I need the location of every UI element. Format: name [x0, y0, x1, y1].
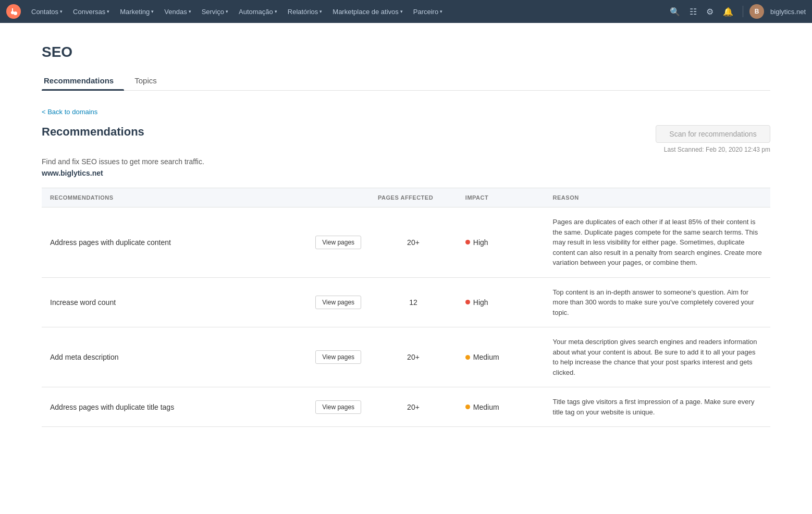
impact-dot-medium-icon	[465, 355, 470, 360]
nav-automacao[interactable]: Automação ▾	[235, 6, 281, 18]
table-row: Address pages with duplicate title tags …	[42, 387, 770, 427]
page-content: SEO Recommendations Topics < Back to dom…	[0, 23, 812, 448]
scan-area: Scan for recommendations Last Scanned: F…	[656, 125, 770, 153]
reason-cell-1: Pages are duplicates of each other if at…	[545, 207, 770, 278]
table-header: RECOMMENDATIONS PAGES AFFECTED IMPACT RE…	[42, 188, 770, 207]
table-row: Add meta description View pages 20+ Medi…	[42, 327, 770, 387]
back-to-domains-link[interactable]: < Back to domains	[42, 108, 97, 116]
hubspot-logo[interactable]	[6, 4, 21, 19]
chevron-down-icon: ▾	[189, 9, 191, 14]
rec-label-3: Add meta description	[50, 353, 309, 361]
view-pages-button-2[interactable]: View pages	[315, 296, 361, 309]
section-description: Find and fix SEO issues to get more sear…	[42, 157, 770, 166]
chevron-down-icon: ▾	[400, 9, 403, 14]
rec-label-1: Address pages with duplicate content	[50, 238, 309, 247]
user-avatar[interactable]: B	[749, 4, 764, 19]
section-title: Recommendations	[42, 125, 144, 139]
table-row: Address pages with duplicate content Vie…	[42, 207, 770, 278]
col-header-pages-affected: PAGES AFFECTED	[370, 188, 457, 207]
pages-affected-1: 20+	[370, 207, 457, 278]
tabs: Recommendations Topics	[42, 71, 770, 91]
tab-topics[interactable]: Topics	[132, 71, 167, 90]
reason-text-2: Top content is an in-depth answer to som…	[553, 288, 754, 316]
reason-cell-2: Top content is an in-depth answer to som…	[545, 277, 770, 327]
col-header-impact: IMPACT	[457, 188, 545, 207]
impact-label-4: Medium	[473, 403, 499, 411]
topnav-icons: 🔍 ☷ ⚙ 🔔 B biglytics.net	[667, 4, 806, 19]
impact-cell-4: Medium	[457, 387, 545, 427]
nav-marketing[interactable]: Marketing ▾	[116, 6, 158, 18]
impact-cell-1: High	[457, 207, 545, 278]
pages-affected-2: 12	[370, 277, 457, 327]
chevron-down-icon: ▾	[151, 9, 154, 14]
view-pages-button-4[interactable]: View pages	[315, 400, 361, 414]
impact-cell-3: Medium	[457, 327, 545, 387]
reason-text-4: Title tags give visitors a first impress…	[553, 398, 755, 416]
search-icon[interactable]: 🔍	[667, 5, 683, 19]
chevron-down-icon: ▾	[275, 9, 277, 14]
impact-label-3: Medium	[473, 353, 499, 361]
table-row: Increase word count View pages 12 High T…	[42, 277, 770, 327]
recommendations-table: RECOMMENDATIONS PAGES AFFECTED IMPACT RE…	[42, 188, 770, 427]
reason-cell-3: Your meta description gives search engin…	[545, 327, 770, 387]
settings-icon[interactable]: ⚙	[703, 5, 717, 19]
reason-cell-4: Title tags give visitors a first impress…	[545, 387, 770, 427]
page-title: SEO	[42, 44, 770, 60]
nav-contatos[interactable]: Contatos ▾	[27, 6, 67, 18]
nav-marketplace[interactable]: Marketplace de ativos ▾	[328, 6, 407, 18]
impact-dot-high-icon	[465, 300, 470, 304]
nav-relatorios[interactable]: Relatórios ▾	[284, 6, 327, 18]
rec-label-4: Address pages with duplicate title tags	[50, 403, 309, 411]
impact-dot-medium-icon	[465, 405, 470, 409]
topnav: Contatos ▾ Conversas ▾ Marketing ▾ Venda…	[0, 0, 812, 23]
rec-cell-1: Address pages with duplicate content Vie…	[42, 207, 370, 278]
pages-affected-3: 20+	[370, 327, 457, 387]
section-header-row: Recommendations Scan for recommendations…	[42, 125, 770, 153]
impact-cell-2: High	[457, 277, 545, 327]
chevron-down-icon: ▾	[319, 9, 322, 14]
chevron-down-icon: ▾	[60, 9, 63, 14]
table-body: Address pages with duplicate content Vie…	[42, 207, 770, 427]
rec-cell-3: Add meta description View pages	[42, 327, 370, 387]
reason-text-3: Your meta description gives search engin…	[553, 338, 757, 376]
apps-icon[interactable]: ☷	[686, 5, 700, 19]
col-header-reason: REASON	[545, 188, 770, 207]
chevron-down-icon: ▾	[107, 9, 109, 14]
domain-name: www.biglytics.net	[42, 169, 770, 177]
user-domain[interactable]: biglytics.net	[770, 8, 806, 16]
nav-vendas[interactable]: Vendas ▾	[160, 6, 195, 18]
nav-servico[interactable]: Serviço ▾	[198, 6, 232, 18]
tab-recommendations[interactable]: Recommendations	[42, 71, 124, 90]
reason-text-1: Pages are duplicates of each other if at…	[553, 218, 762, 266]
impact-dot-high-icon	[465, 240, 470, 244]
view-pages-button-1[interactable]: View pages	[315, 236, 361, 249]
nav-parceiro[interactable]: Parceiro ▾	[409, 6, 447, 18]
scan-recommendations-button[interactable]: Scan for recommendations	[656, 125, 770, 143]
impact-label-2: High	[473, 298, 488, 307]
svg-point-1	[14, 11, 17, 15]
rec-cell-2: Increase word count View pages	[42, 277, 370, 327]
rec-label-2: Increase word count	[50, 298, 309, 307]
impact-label-1: High	[473, 238, 488, 247]
view-pages-button-3[interactable]: View pages	[315, 350, 361, 364]
chevron-down-icon: ▾	[440, 9, 442, 14]
notifications-icon[interactable]: 🔔	[720, 5, 736, 19]
divider	[743, 6, 743, 17]
nav-conversas[interactable]: Conversas ▾	[69, 6, 114, 18]
chevron-down-icon: ▾	[226, 9, 228, 14]
pages-affected-4: 20+	[370, 387, 457, 427]
rec-cell-4: Address pages with duplicate title tags …	[42, 387, 370, 427]
col-header-recommendations: RECOMMENDATIONS	[42, 188, 370, 207]
section-header-left: Recommendations	[42, 125, 144, 139]
last-scanned-text: Last Scanned: Feb 20, 2020 12:43 pm	[656, 146, 770, 153]
